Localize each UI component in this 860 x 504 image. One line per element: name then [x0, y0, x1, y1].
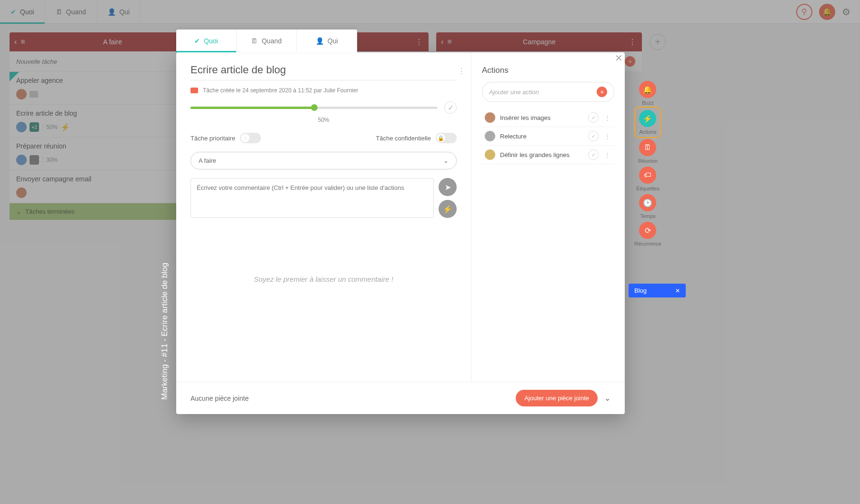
action-label: Insérer les images — [500, 114, 550, 121]
action-complete-button[interactable]: ✓ — [588, 149, 599, 160]
chevron-down-icon[interactable]: ⌄ — [604, 394, 610, 403]
rail-label: Réunion — [638, 158, 658, 164]
progress-label: 50% — [190, 117, 457, 123]
rail-reunion[interactable]: 🗓 Réunion — [638, 139, 658, 164]
lock-icon: 🔒 — [438, 135, 444, 141]
rail-recurrence[interactable]: ⟳ Récurrence — [634, 222, 661, 247]
modal-tab-quand[interactable]: 🗓 Quand — [237, 30, 297, 52]
rail-label: Étiquettes — [636, 186, 660, 191]
modal-tab-label: Quand — [261, 37, 281, 45]
progress-knob[interactable] — [311, 104, 318, 111]
progress-fill — [190, 107, 314, 109]
confidential-toggle[interactable]: 🔒 — [436, 133, 457, 143]
bolt-icon: ⚡ — [443, 205, 452, 214]
quick-action-button[interactable]: ⚡ — [439, 200, 457, 218]
progress-slider[interactable] — [190, 107, 438, 109]
rail-label: Buzz — [642, 100, 653, 106]
priority-label: Tâche prioritaire — [190, 135, 235, 142]
bell-icon: 🔔 — [643, 85, 652, 94]
close-button[interactable]: ✕ — [615, 52, 623, 64]
task-meta-text: Tâche créée le 24 septembre 2020 à 11:52… — [203, 87, 358, 94]
send-comment-button[interactable]: ➤ — [439, 178, 457, 196]
priority-toggle[interactable]: ↑ — [240, 133, 261, 143]
action-label: Définir les grandes lignes — [500, 151, 570, 158]
rail-buzz[interactable]: 🔔 Buzz — [639, 81, 656, 106]
complete-button[interactable]: ✓ — [444, 101, 457, 114]
action-complete-button[interactable]: ✓ — [588, 131, 599, 141]
calendar-icon: 🗓 — [251, 37, 258, 45]
send-icon: ➤ — [445, 183, 451, 192]
tag-label: Blog — [634, 287, 647, 294]
add-attachment-button[interactable]: Ajouter une pièce jointe — [516, 390, 598, 406]
task-title[interactable]: Ecrire article de blog — [190, 64, 457, 80]
check-icon: ✔ — [194, 37, 200, 45]
action-label: Relecture — [500, 133, 527, 140]
avatar — [485, 112, 495, 123]
clock-icon: 🕑 — [643, 198, 652, 208]
arrow-up-icon: ↑ — [244, 135, 247, 141]
bolt-icon: ⚡ — [643, 114, 652, 123]
chevron-down-icon: ⌄ — [443, 157, 449, 164]
rail-label: Actions — [639, 129, 656, 135]
modal-right-panel: ✕ Actions Ajouter une action + Insérer l… — [471, 52, 625, 382]
tag-remove-button[interactable]: ✕ — [675, 287, 680, 294]
tag-chip[interactable]: Blog ✕ — [629, 284, 686, 297]
rail-actions[interactable]: ⚡ Actions — [636, 109, 659, 136]
modal-left-panel: ⋮ Ecrire article de blog Tâche créée le … — [176, 52, 471, 382]
add-action-placeholder: Ajouter une action — [489, 89, 539, 96]
avatar — [485, 149, 495, 160]
rail-etiquettes[interactable]: 🏷 Étiquettes — [636, 167, 660, 191]
task-meta: Tâche créée le 24 septembre 2020 à 11:52… — [190, 87, 457, 94]
action-item[interactable]: Relecture ✓ ⋮ — [482, 127, 614, 146]
briefcase-icon — [190, 88, 198, 93]
actions-heading: Actions — [482, 66, 614, 75]
action-complete-button[interactable]: ✓ — [588, 112, 599, 123]
action-item[interactable]: Définir les grandes lignes ✓ ⋮ — [482, 146, 614, 164]
progress-row: ✓ — [190, 101, 457, 114]
modal-tabs: ✔ Quoi 🗓 Quand 👤 Qui — [176, 30, 357, 52]
tag-icon: 🏷 — [644, 171, 651, 179]
person-icon: 👤 — [316, 37, 324, 45]
status-value: A faire — [199, 157, 216, 164]
task-menu[interactable]: ⋮ — [458, 67, 465, 76]
vertical-breadcrumb: Marketing - #11 - Ecrire article de blog — [160, 263, 170, 400]
rail-label: Temps — [640, 213, 655, 219]
modal-footer: Aucune pièce jointe Ajouter une pièce jo… — [176, 382, 625, 414]
action-menu[interactable]: ⋮ — [603, 151, 611, 158]
no-attachment-text: Aucune pièce jointe — [190, 395, 249, 402]
action-item[interactable]: Insérer les images ✓ ⋮ — [482, 109, 614, 127]
task-modal: ✔ Quoi 🗓 Quand 👤 Qui ⋮ Ecrire article de… — [176, 52, 625, 414]
avatar — [485, 131, 495, 141]
action-menu[interactable]: ⋮ — [603, 114, 611, 121]
status-select[interactable]: A faire ⌄ — [190, 152, 457, 169]
add-action-input[interactable]: Ajouter une action + — [482, 82, 614, 102]
empty-comments-text: Soyez le premier à laisser un commentair… — [190, 275, 457, 283]
modal-tab-qui[interactable]: 👤 Qui — [297, 30, 357, 52]
comment-input[interactable] — [190, 178, 434, 218]
add-action-button[interactable]: + — [597, 87, 607, 97]
confidential-label: Tâche confidentielle — [376, 135, 431, 142]
rail-label: Récurrence — [634, 241, 661, 247]
modal-tab-label: Quoi — [204, 37, 218, 45]
action-menu[interactable]: ⋮ — [603, 133, 611, 140]
side-rail: 🔔 Buzz ⚡ Actions 🗓 Réunion 🏷 Étiquettes … — [634, 81, 661, 247]
rail-temps[interactable]: 🕑 Temps — [639, 194, 656, 219]
calendar-icon: 🗓 — [644, 143, 651, 152]
repeat-icon: ⟳ — [645, 226, 651, 235]
modal-tab-label: Qui — [328, 37, 338, 45]
modal-tab-quoi[interactable]: ✔ Quoi — [176, 30, 237, 52]
